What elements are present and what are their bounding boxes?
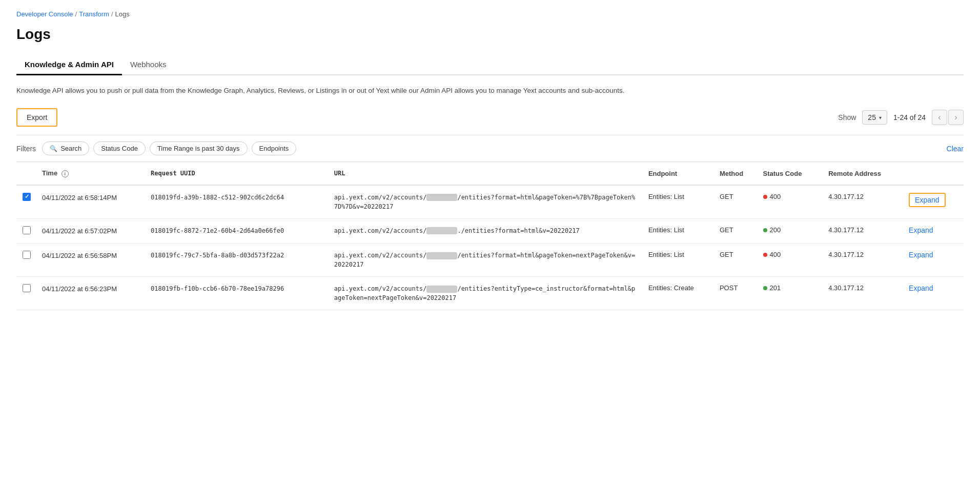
expand-button[interactable]: Expand: [909, 226, 933, 234]
tab-webhooks[interactable]: Webhooks: [122, 55, 175, 75]
col-header-status-code: Status Code: [758, 162, 824, 185]
row-checkbox-cell: [16, 185, 37, 219]
page-navigation: ‹ ›: [932, 110, 964, 125]
row-url: api.yext.com/v2/accounts/XXXXXXXX/entiti…: [329, 185, 643, 219]
row-status-code: 201: [758, 277, 824, 310]
page-description: Knowledge API allows you to push or pull…: [16, 86, 785, 96]
expand-button[interactable]: Expand: [909, 251, 933, 259]
col-header-url: URL: [329, 162, 643, 185]
col-header-uuid: Request UUID: [146, 162, 329, 185]
expand-button[interactable]: Expand: [909, 284, 933, 292]
filter-chip-endpoints-label: Endpoints: [259, 145, 289, 152]
row-status-code: 400: [758, 244, 824, 277]
row-uuid: 018019fc-79c7-5bfa-8a8b-d03d573f22a2: [146, 244, 329, 277]
col-header-expand: [904, 162, 964, 185]
row-expand-cell: Expand: [904, 218, 964, 244]
row-checkbox[interactable]: [23, 193, 31, 201]
prev-page-button[interactable]: ‹: [932, 110, 947, 125]
export-button[interactable]: Export: [16, 108, 57, 127]
filter-chip-search-label: Search: [60, 145, 81, 152]
status-dot-icon: [763, 195, 767, 199]
filter-chip-time-range-label: Time Range is past 30 days: [157, 145, 240, 152]
show-label: Show: [838, 113, 856, 122]
breadcrumb-logs: Logs: [115, 10, 130, 18]
row-uuid: 018019fb-f10b-ccb6-6b70-78ee19a78296: [146, 277, 329, 310]
time-info-icon[interactable]: i: [62, 170, 69, 177]
table-header-row: Time i Request UUID URL Endpoint Method …: [16, 162, 964, 185]
filters-label: Filters: [16, 145, 36, 153]
breadcrumb-sep-2: /: [111, 10, 113, 18]
row-checkbox-cell: [16, 244, 37, 277]
next-page-button[interactable]: ›: [948, 110, 964, 125]
filter-chip-status-code-label: Status Code: [101, 145, 138, 152]
row-method: GET: [714, 185, 758, 219]
row-remote-address: 4.30.177.12: [823, 185, 904, 219]
row-endpoint: Entities: List: [643, 218, 714, 244]
tab-knowledge-admin-api[interactable]: Knowledge & Admin API: [16, 55, 122, 75]
search-icon: 🔍: [50, 145, 57, 152]
row-remote-address: 4.30.177.12: [823, 277, 904, 310]
col-header-time: Time i: [37, 162, 146, 185]
tabs-container: Knowledge & Admin API Webhooks: [16, 55, 964, 75]
row-status-code: 400: [758, 185, 824, 219]
toolbar: Export Show 25 ▾ 1-24 of 24 ‹ ›: [16, 108, 964, 127]
table-row: 04/11/2022 at 6:57:02PM018019fc-8872-71e…: [16, 218, 964, 244]
table-row: 04/11/2022 at 6:56:58PM018019fc-79c7-5bf…: [16, 244, 964, 277]
table-row: 04/11/2022 at 6:58:14PM018019fd-a39b-188…: [16, 185, 964, 219]
col-header-checkbox: [16, 162, 37, 185]
col-header-endpoint: Endpoint: [643, 162, 714, 185]
filter-chip-time-range[interactable]: Time Range is past 30 days: [150, 142, 248, 155]
row-remote-address: 4.30.177.12: [823, 218, 904, 244]
row-status-code: 200: [758, 218, 824, 244]
filter-chip-search[interactable]: 🔍 Search: [42, 142, 89, 155]
col-header-remote-address: Remote Address: [823, 162, 904, 185]
row-endpoint: Entities: List: [643, 244, 714, 277]
row-url: api.yext.com/v2/accounts/XXXXXXXX/entiti…: [329, 277, 643, 310]
row-time: 04/11/2022 at 6:57:02PM: [37, 218, 146, 244]
row-endpoint: Entities: Create: [643, 277, 714, 310]
row-uuid: 018019fc-8872-71e2-60b4-2d64a0e66fe0: [146, 218, 329, 244]
filter-chip-status-code[interactable]: Status Code: [93, 142, 146, 155]
expand-button[interactable]: Expand: [909, 193, 945, 207]
row-checkbox-cell: [16, 277, 37, 310]
row-expand-cell: Expand: [904, 185, 964, 219]
breadcrumb-sep-1: /: [75, 10, 77, 18]
row-uuid: 018019fd-a39b-1882-c512-902cd6c2dc64: [146, 185, 329, 219]
logs-table: Time i Request UUID URL Endpoint Method …: [16, 162, 964, 310]
row-remote-address: 4.30.177.12: [823, 244, 904, 277]
page-title: Logs: [16, 26, 964, 43]
row-url: api.yext.com/v2/accounts/XXXXXXXX./entit…: [329, 218, 643, 244]
col-header-method: Method: [714, 162, 758, 185]
show-per-page-value: 25: [868, 113, 876, 122]
row-checkbox[interactable]: [23, 226, 31, 234]
status-dot-icon: [763, 228, 767, 232]
show-per-page-select[interactable]: 25 ▾: [862, 110, 887, 125]
row-time: 04/11/2022 at 6:58:14PM: [37, 185, 146, 219]
chevron-down-icon: ▾: [879, 115, 882, 120]
row-method: POST: [714, 277, 758, 310]
breadcrumb-developer-console[interactable]: Developer Console: [16, 10, 73, 18]
row-checkbox[interactable]: [23, 251, 31, 259]
row-method: GET: [714, 244, 758, 277]
row-checkbox-cell: [16, 218, 37, 244]
row-time: 04/11/2022 at 6:56:58PM: [37, 244, 146, 277]
breadcrumb-transform[interactable]: Transform: [79, 10, 109, 18]
status-dot-icon: [763, 286, 767, 290]
pagination-area: Show 25 ▾ 1-24 of 24 ‹ ›: [838, 110, 964, 125]
row-time: 04/11/2022 at 6:56:23PM: [37, 277, 146, 310]
row-expand-cell: Expand: [904, 277, 964, 310]
row-checkbox[interactable]: [23, 284, 31, 292]
row-endpoint: Entities: List: [643, 185, 714, 219]
table-row: 04/11/2022 at 6:56:23PM018019fb-f10b-ccb…: [16, 277, 964, 310]
clear-filters-link[interactable]: Clear: [947, 145, 964, 153]
page-info: 1-24 of 24: [893, 113, 926, 122]
breadcrumb: Developer Console / Transform / Logs: [16, 10, 964, 18]
filters-bar: Filters 🔍 Search Status Code Time Range …: [16, 135, 964, 162]
status-dot-icon: [763, 253, 767, 257]
row-expand-cell: Expand: [904, 244, 964, 277]
row-url: api.yext.com/v2/accounts/XXXXXXXX/entiti…: [329, 244, 643, 277]
logs-table-wrapper: Time i Request UUID URL Endpoint Method …: [16, 162, 964, 310]
row-method: GET: [714, 218, 758, 244]
filter-chip-endpoints[interactable]: Endpoints: [252, 142, 297, 155]
